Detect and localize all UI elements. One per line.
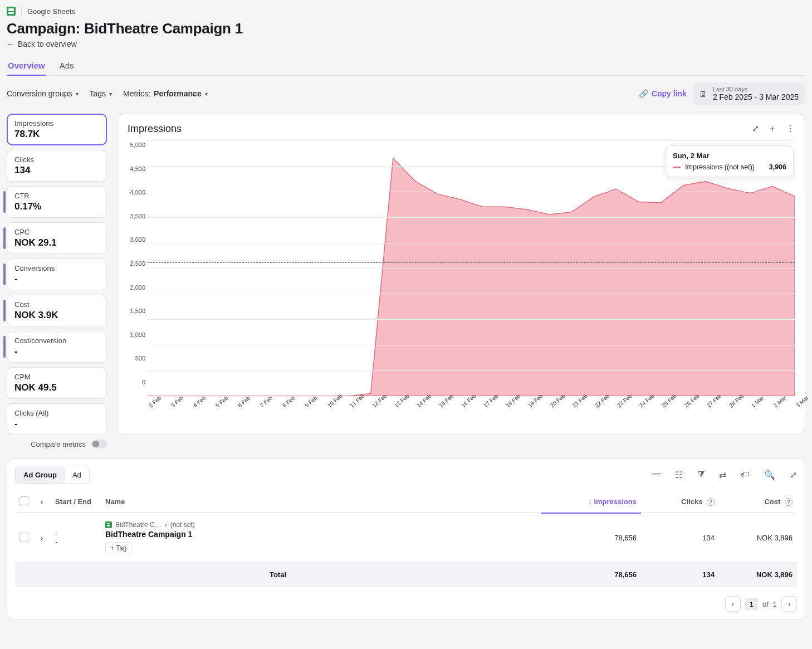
y-tick: 1,500 [130, 308, 145, 314]
metric-card-cost[interactable]: CostNOK 3.9K [7, 295, 107, 326]
filter-icon[interactable]: ⧩ [697, 470, 705, 480]
compare-metrics-toggle[interactable] [91, 440, 107, 448]
col-impressions[interactable]: ↓ Impressions [541, 491, 641, 513]
tooltip-date: Sun, 2 Mar [673, 152, 786, 160]
metric-label: CPM [14, 373, 99, 381]
x-tick: 23 Feb [616, 404, 620, 408]
google-sheets-icon [7, 7, 16, 16]
copy-link-button[interactable]: 🔗 Copy link [639, 89, 687, 98]
gridline [148, 294, 795, 294]
gridline [148, 192, 795, 192]
metrics-panel: Impressions78.7KClicks134CTR0.17%CPCNOK … [7, 114, 107, 435]
x-tick: 20 Feb [549, 404, 553, 408]
x-tick: 16 Feb [460, 404, 464, 408]
tab-ads[interactable]: Ads [58, 56, 75, 75]
gridline [148, 243, 795, 243]
x-tick: 2 Mar [772, 404, 776, 408]
gridline [148, 319, 795, 320]
add-tag-button[interactable]: + Tag [105, 542, 131, 554]
copy-link-label: Copy link [652, 89, 687, 98]
metric-value: - [14, 274, 99, 285]
metric-value: NOK 29.1 [14, 237, 99, 248]
series-color-swatch [673, 167, 681, 168]
total-impressions: 78,656 [541, 563, 641, 587]
expand-table-icon[interactable]: ⤢ [790, 470, 797, 480]
of-label: of [762, 600, 769, 608]
col-name[interactable]: Name [101, 491, 541, 513]
back-to-overview-link[interactable]: ← Back to overview [7, 40, 77, 48]
kebab-menu-icon[interactable]: ⋮ [786, 123, 795, 135]
table-row[interactable]: › - - BidTheatre C… › (not set) BidTheat… [15, 513, 797, 563]
col-checkbox[interactable] [15, 491, 33, 513]
metric-card-cost-conversion[interactable]: Cost/conversion- [7, 331, 107, 363]
metric-card-clicks[interactable]: Clicks134 [7, 150, 107, 182]
x-tick: 26 Feb [683, 404, 687, 408]
dd-value: Performance [154, 89, 202, 98]
metric-value: - [14, 346, 99, 357]
trend-icon[interactable]: 〰 [652, 470, 661, 480]
table-total-row: Total 78,656 134 NOK 3,896 [15, 563, 797, 587]
conversion-groups-dropdown[interactable]: Conversion groups ▾ [7, 89, 79, 98]
col-start-end[interactable]: Start / End [51, 491, 101, 513]
chart-title: Impressions [128, 123, 182, 135]
metric-label: Conversions [14, 264, 99, 272]
y-tick: 4,000 [130, 189, 145, 196]
metric-card-clicks-all-[interactable]: Clicks (All)- [7, 403, 107, 435]
row-checkbox[interactable] [19, 533, 28, 541]
row-name[interactable]: BidTheatre Campaign 1 [105, 530, 536, 539]
info-icon[interactable]: ? [707, 498, 715, 506]
metric-card-conversions[interactable]: Conversions- [7, 258, 107, 290]
pagination: ‹ 1 of 1 › [15, 596, 797, 612]
gridline [148, 269, 795, 269]
divider [21, 7, 22, 16]
expand-icon[interactable]: ⤢ [752, 123, 759, 135]
tab-overview[interactable]: Overview [7, 56, 46, 76]
col-clicks[interactable]: Clicks ? [641, 491, 719, 513]
x-tick: 8 Feb [281, 404, 285, 408]
google-sheets-icon [105, 521, 112, 528]
col-label: Cost [764, 497, 780, 506]
x-tick: 25 Feb [661, 404, 664, 408]
metric-card-impressions[interactable]: Impressions78.7K [7, 114, 107, 145]
row-start: - [55, 529, 96, 538]
reference-line [148, 262, 795, 263]
source-label: Google Sheets [27, 7, 75, 16]
metric-value: - [14, 418, 99, 430]
metric-value: NOK 49.5 [14, 382, 99, 393]
swap-icon[interactable]: ⇄ [719, 470, 726, 480]
col-cost[interactable]: Cost ? [719, 491, 797, 513]
link-icon: 🔗 [639, 89, 648, 98]
table-card: Ad Group Ad 〰 ☷ ⧩ ⇄ 🏷 🔍 ⤢ › Start / End … [7, 458, 805, 620]
y-tick: 0 [142, 379, 145, 386]
prev-page-button[interactable]: ‹ [725, 596, 741, 612]
page-title: Campaign: BidTheatre Campaign 1 [7, 20, 805, 37]
compare-metrics-label: Compare metrics [31, 440, 86, 448]
next-page-button[interactable]: › [781, 596, 797, 612]
tags-icon[interactable]: 🏷 [741, 470, 750, 480]
metric-value: 78.7K [14, 129, 99, 140]
seg-ad[interactable]: Ad [65, 466, 89, 484]
metric-card-ctr[interactable]: CTR0.17% [7, 186, 107, 218]
cell-cost: NOK 3,896 [719, 513, 797, 563]
row-expander[interactable]: › [37, 534, 46, 542]
date-range-picker[interactable]: 🗓 Last 30 days 2 Feb 2025 - 3 Mar 2025 [692, 82, 805, 105]
x-tick: 22 Feb [594, 404, 598, 408]
row-end: - [55, 538, 96, 546]
info-icon[interactable]: ? [785, 498, 793, 506]
seg-ad-group[interactable]: Ad Group [16, 466, 65, 484]
tags-dropdown[interactable]: Tags ▾ [90, 89, 112, 98]
metric-label: Cost [14, 300, 99, 309]
metric-card-cpc[interactable]: CPCNOK 29.1 [7, 222, 107, 254]
x-tick: 4 Feb [192, 404, 196, 408]
x-tick: 19 Feb [527, 404, 531, 408]
search-icon[interactable]: 🔍 [764, 470, 775, 480]
metric-card-cpm[interactable]: CPMNOK 49.5 [7, 367, 107, 399]
col-expand[interactable]: › [33, 491, 51, 513]
chevron-down-icon: ▾ [109, 91, 112, 97]
table-icon[interactable]: ☷ [675, 470, 683, 480]
date-range-label: 2 Feb 2025 - 3 Mar 2025 [713, 92, 799, 101]
add-icon[interactable]: ＋ [768, 123, 777, 135]
metrics-dropdown[interactable]: Metrics: Performance ▾ [123, 89, 208, 98]
x-tick: 5 Feb [214, 404, 218, 408]
x-tick: 7 Feb [259, 404, 263, 408]
